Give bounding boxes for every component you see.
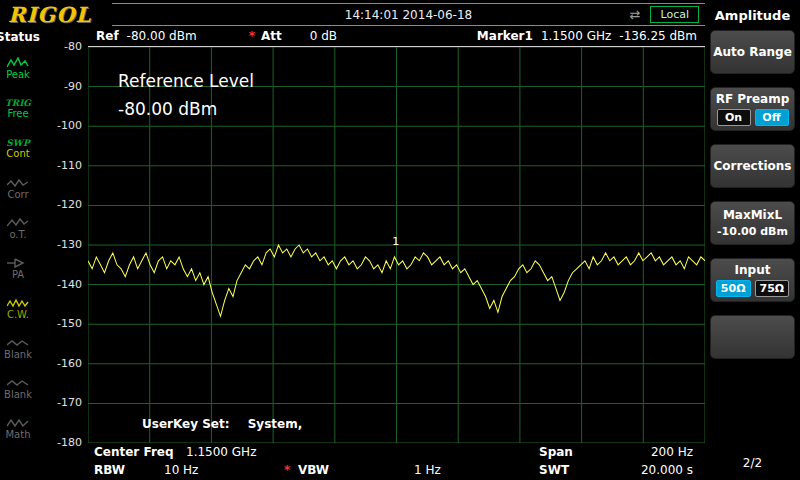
status-item-trig: TRIG Free <box>5 88 31 128</box>
status-title: Status <box>0 30 40 44</box>
rbw-label: RBW <box>94 463 164 477</box>
span-label: Span <box>539 445 587 459</box>
status-item-label: Cont <box>6 148 29 159</box>
status-item-prefix: SWP <box>6 138 29 148</box>
y-tick-label: -130 <box>57 238 82 251</box>
y-axis-labels: -80 -90 -100 -110 -120 -130 -140 -150 -1… <box>36 47 88 443</box>
blank-waveform-icon <box>7 337 29 349</box>
input-75ohm-option[interactable]: 75Ω <box>755 280 790 297</box>
rigol-logo: RIGOL <box>0 2 112 27</box>
userkey-message: UserKey Set: System, <box>142 417 302 431</box>
status-item-math: Math <box>5 408 30 448</box>
rf-preamp-on-option[interactable]: On <box>717 109 751 126</box>
status-item-peak: Peak <box>6 48 30 88</box>
maxmixl-label: MaxMixL <box>723 208 782 222</box>
status-item-ot: o.T. <box>7 208 29 248</box>
marker-1-flag: 1 <box>392 235 399 248</box>
marker-readout-label: Marker1 <box>477 29 533 43</box>
empty-softkey-button[interactable] <box>710 315 795 359</box>
menu-page-indicator: 2/2 <box>710 456 795 480</box>
marker-readout-freq: 1.1500 GHz <box>541 29 611 43</box>
status-item-label: Peak <box>6 69 30 80</box>
time-bar: 14:14:01 2014-06-18 ⇄ Local <box>112 3 705 26</box>
ref-value: -80.00 dBm <box>127 29 197 43</box>
local-indicator: Local <box>650 6 699 23</box>
status-item-blank-2: Blank <box>4 368 32 408</box>
status-item-label: C.W. <box>7 309 29 320</box>
status-item-corr: Corr <box>7 168 29 208</box>
status-item-label: Math <box>5 429 30 440</box>
corr-waveform-icon <box>7 177 29 189</box>
vbw-label: VBW <box>298 463 414 477</box>
corrections-button[interactable]: Corrections <box>710 144 795 188</box>
datetime-display: 14:14:01 2014-06-18 <box>345 8 472 22</box>
usb-remote-icon: ⇄ <box>630 7 641 22</box>
center-freq-value: 1.1500 GHz <box>186 445 256 459</box>
status-item-blank-1: Blank <box>4 328 32 368</box>
softkey-menu: Amplitude Auto Range RF Preamp On Off Co… <box>705 0 800 480</box>
ref-label: Ref <box>96 29 119 43</box>
swt-value: 20.000 s <box>587 463 705 477</box>
y-tick-label: -140 <box>57 278 82 291</box>
auto-range-label: Auto Range <box>713 45 792 59</box>
menu-title: Amplitude <box>710 0 795 30</box>
cw-waveform-icon <box>7 297 29 309</box>
corrections-label: Corrections <box>714 159 792 173</box>
vbw-value: 1 Hz <box>414 463 441 477</box>
rf-preamp-off-option[interactable]: Off <box>755 109 789 126</box>
maxmixl-value: -10.00 dBm <box>717 225 788 238</box>
input-impedance-button[interactable]: Input 50Ω 75Ω <box>710 258 795 302</box>
userkey-value: System, <box>248 417 303 431</box>
status-item-label: PA <box>12 269 24 280</box>
display-area: RIGOL 14:14:01 2014-06-18 ⇄ Local Status… <box>0 0 705 480</box>
y-tick-label: -80 <box>64 40 82 53</box>
spectrum-plot: Reference Level -80.00 dBm 1 UserKey Set… <box>88 47 705 443</box>
y-tick-label: -180 <box>57 436 82 449</box>
maxmixl-button[interactable]: MaxMixL -10.00 dBm <box>710 201 795 245</box>
span-value: 200 Hz <box>587 445 705 459</box>
status-item-label: Free <box>7 108 28 119</box>
sweep-settings-footer: Center Freq 1.1500 GHz Span 200 Hz RBW 1… <box>36 443 705 480</box>
status-item-swp: SWP Cont <box>6 128 29 168</box>
vbw-changed-asterisk: * <box>284 463 298 477</box>
trace-waveform-icon <box>7 217 29 229</box>
auto-range-button[interactable]: Auto Range <box>710 30 795 74</box>
rbw-value: 10 Hz <box>164 463 284 477</box>
annotation-line2: -80.00 dBm <box>118 95 254 123</box>
y-tick-label: -110 <box>57 159 82 172</box>
y-tick-label: -90 <box>64 80 82 93</box>
att-changed-asterisk: * <box>249 29 255 43</box>
status-sidebar: Status Peak TRIG Free SWP Cont Corr <box>0 28 36 480</box>
annotation-line1: Reference Level <box>118 67 254 95</box>
status-item-label: Corr <box>7 189 28 200</box>
input-impedance-label: Input <box>735 263 771 277</box>
math-waveform-icon <box>7 417 29 429</box>
peak-waveform-icon <box>7 57 29 69</box>
status-item-pa: PA <box>7 248 29 288</box>
y-tick-label: -100 <box>57 119 82 132</box>
y-tick-label: -170 <box>57 396 82 409</box>
measurement-info-row: Ref -80.00 dBm * Att 0 dB Marker1 1.1500… <box>88 28 705 47</box>
blank-waveform-icon <box>7 377 29 389</box>
y-tick-label: -120 <box>57 198 82 211</box>
status-item-label: o.T. <box>9 229 26 240</box>
userkey-label: UserKey Set: <box>142 417 230 431</box>
marker-readout-amplitude: -136.25 dBm <box>619 29 697 43</box>
y-tick-label: -150 <box>57 317 82 330</box>
spectrum-analyzer-screen: RIGOL 14:14:01 2014-06-18 ⇄ Local Status… <box>0 0 800 480</box>
att-label: Att <box>261 29 282 43</box>
status-item-label: Blank <box>4 389 32 400</box>
status-item-label: Blank <box>4 349 32 360</box>
input-50ohm-option[interactable]: 50Ω <box>716 280 751 297</box>
swt-label: SWT <box>539 463 587 477</box>
rf-preamp-label: RF Preamp <box>716 92 790 106</box>
preamp-arrow-icon <box>7 257 29 269</box>
reference-level-annotation: Reference Level -80.00 dBm <box>118 67 254 123</box>
rf-preamp-button[interactable]: RF Preamp On Off <box>710 87 795 131</box>
center-freq-label: Center Freq <box>94 445 186 459</box>
att-value: 0 dB <box>310 29 337 43</box>
y-tick-label: -160 <box>57 357 82 370</box>
status-item-cw: C.W. <box>7 288 29 328</box>
status-item-prefix: TRIG <box>5 98 31 108</box>
top-bar: RIGOL 14:14:01 2014-06-18 ⇄ Local <box>0 0 705 28</box>
